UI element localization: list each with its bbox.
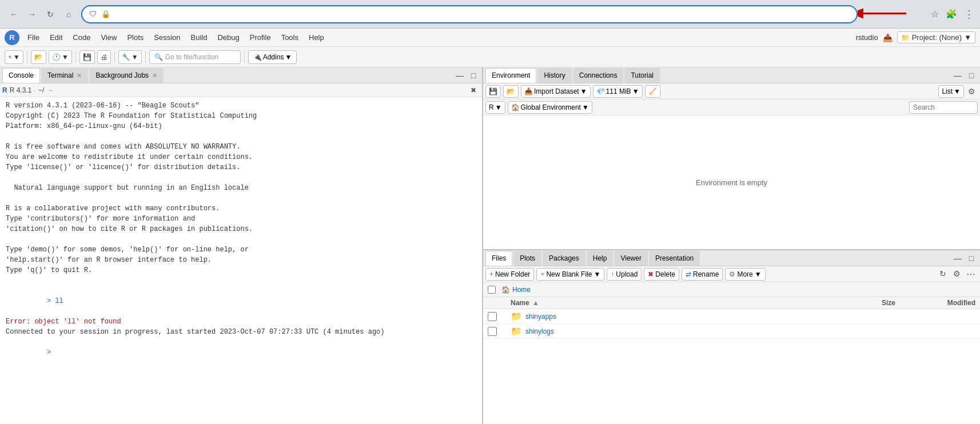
row2-checkbox[interactable] [488,327,497,336]
memory-button[interactable]: 💎 111 MiB ▼ [593,85,643,98]
files-refresh-button[interactable]: ↻ [937,267,949,280]
list-view-button[interactable]: List ▼ [938,85,964,98]
menu-session[interactable]: Session [149,32,185,43]
address-bar[interactable]: 🛡 🔒 https://rstudiotest.cpolar.cn [81,5,858,23]
lock-icon: 🔒 [101,10,110,18]
save-button[interactable]: 💾 [79,50,95,64]
files-more-button[interactable]: ⋯ [964,267,978,281]
minimize-left-panel[interactable]: — [453,69,466,82]
menu-view[interactable]: View [96,32,121,43]
back-button[interactable]: ← [6,6,22,22]
new-file-button[interactable]: + ▼ [5,50,23,64]
menu-tools[interactable]: Tools [277,32,303,43]
addins-button[interactable]: 🔌 Addins ▼ [248,50,297,64]
open-file-button[interactable]: 📂 [31,50,46,64]
import-dataset-button[interactable]: 📥 Import Dataset ▼ [521,85,591,98]
bookmark-button[interactable]: ☆ [931,9,939,19]
menu-code[interactable]: Code [68,32,95,43]
menu-debug[interactable]: Debug [213,32,244,43]
tab-files[interactable]: Files [485,251,512,266]
delete-button[interactable]: ✖ Delete [644,268,679,281]
header-size-col[interactable]: Size [838,299,895,307]
left-panel: Console Terminal ✕ Background Jobs ✕ — □… [0,67,483,424]
env-open-icon: 📂 [507,87,515,95]
broom-button[interactable]: 🧹 [645,85,660,98]
addins-icon: 🔌 [253,53,262,61]
row1-checkbox[interactable] [488,312,497,321]
env-search-input[interactable] [909,101,978,114]
forward-button[interactable]: → [24,6,40,22]
header-modified-col[interactable]: Modified [895,299,975,307]
global-env-button[interactable]: 🏠 Global Environment ▼ [508,101,592,114]
menu-edit[interactable]: Edit [45,32,67,43]
table-row: 📁 shinyapps [483,309,980,324]
header-name-col[interactable]: Name ▲ [511,299,838,307]
menu-help[interactable]: Help [304,32,329,43]
maximize-env-panel[interactable]: □ [965,69,978,82]
save-file-button[interactable]: 🕐 ▼ [49,50,72,64]
files-toolbar-right: ↻ ⚙ ⋯ [937,267,978,281]
r-language-label: R [489,103,494,111]
tab-viewer[interactable]: Viewer [614,251,647,266]
tab-plots[interactable]: Plots [513,251,541,266]
tab-history[interactable]: History [537,68,571,83]
files-settings-button[interactable]: ⚙ [950,267,963,280]
clear-console-button[interactable]: ✖ [467,84,480,97]
home-button[interactable]: ⌂ [61,6,77,22]
tab-packages[interactable]: Packages [543,251,585,266]
menu-profile[interactable]: Profile [245,32,276,43]
menu-file[interactable]: File [23,32,44,43]
files-panel-actions: — □ [951,252,980,265]
tab-tutorial[interactable]: Tutorial [624,68,660,83]
tab-environment[interactable]: Environment [485,68,536,83]
menu-build[interactable]: Build [186,32,212,43]
knit-button[interactable]: 🔧 ▼ [118,50,142,64]
app-icon-connect: 📤 [883,33,893,42]
main-layout: Console Terminal ✕ Background Jobs ✕ — □… [0,67,980,424]
more-button[interactable]: ⚙ More ▼ [725,268,765,281]
project-selector[interactable]: 📁 Project: (None) ▼ [897,31,975,43]
terminal-tab-close[interactable]: ✕ [77,72,82,79]
tab-help[interactable]: Help [587,251,614,266]
environment-panel: Environment History Connections Tutorial… [483,67,980,250]
go-to-file-input[interactable]: 🔍 Go to file/function [149,50,241,64]
tab-console[interactable]: Console [2,68,40,83]
new-folder-button[interactable]: + New Folder [485,268,534,281]
tab-terminal[interactable]: Terminal ✕ [41,68,88,83]
env-open-button[interactable]: 📂 [503,85,519,98]
tab-connections[interactable]: Connections [573,68,624,83]
url-input[interactable]: https://rstudiotest.cpolar.cn [115,10,850,19]
print-button[interactable]: 🖨 [97,50,111,64]
import-label: Import Dataset [534,87,579,95]
rename-button[interactable]: ⇄ Rename [682,268,723,281]
upload-button[interactable]: ↑ Upload [607,268,642,281]
extensions-button[interactable]: 🧩 [943,6,959,22]
maximize-files-panel[interactable]: □ [965,252,978,265]
console-prompt-2: > [6,337,476,368]
toolbar-sep-3 [114,51,115,63]
minimize-env-panel[interactable]: — [951,69,964,82]
env-settings-button[interactable]: ⚙ [965,85,978,98]
tab-presentation[interactable]: Presentation [649,251,700,266]
background-jobs-tab-close[interactable]: ✕ [152,72,157,79]
minimize-files-panel[interactable]: — [951,252,964,265]
console-prompt-1: > ll [6,286,476,317]
new-blank-file-button[interactable]: + New Blank File ▼ [536,268,604,281]
right-panel: Environment History Connections Tutorial… [483,67,980,424]
r-language-button[interactable]: R ▼ [485,101,505,114]
home-path-button[interactable]: 🏠 Home [501,286,531,294]
refresh-button[interactable]: ↻ [42,6,58,22]
select-all-checkbox[interactable] [488,286,496,294]
row1-checkbox-cell [488,312,511,321]
menu-plots[interactable]: Plots [122,32,148,43]
maximize-left-panel[interactable]: □ [467,69,480,82]
tab-background-jobs[interactable]: Background Jobs ✕ [89,68,164,83]
file-name-1[interactable]: shinyapps [525,313,838,321]
env-save-button[interactable]: 💾 [485,85,501,98]
browser-menu-button[interactable]: ⋮ [964,8,974,21]
go-to-file-placeholder: Go to file/function [165,53,218,61]
new-blank-file-icon: + [540,270,544,278]
file-name-2[interactable]: shinylogs [525,327,838,335]
files-tab-label: Files [492,254,506,262]
files-panel: Files Plots Packages Help Viewer [483,250,980,424]
